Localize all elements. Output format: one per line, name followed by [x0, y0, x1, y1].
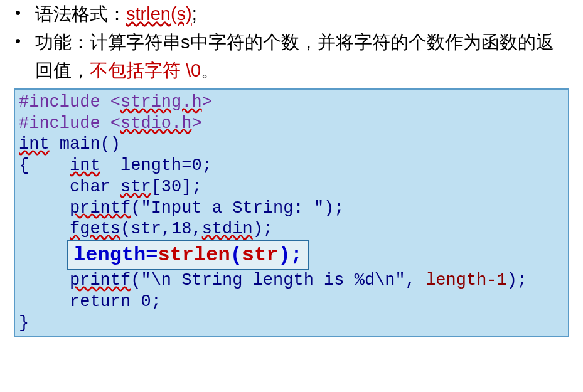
function-suffix: 。	[201, 60, 219, 80]
bullet-function: • 功能：计算字符串s中字符的个数，并将字符的个数作为函数的返回值，不包括字符 …	[9, 28, 574, 85]
code-line10: return 0;	[19, 292, 161, 311]
code-line7: fgets(str,18,stdin);	[19, 220, 273, 238]
bullet-syntax-text: 语法格式：strlen(s);	[35, 0, 562, 28]
bullet-dot-icon: •	[11, 28, 35, 53]
function-red: 不包括字符 \0	[90, 60, 201, 80]
syntax-suffix: ;	[192, 4, 197, 24]
bullet-syntax: • 语法格式：strlen(s);	[9, 0, 574, 28]
code-line6: printf("Input a String: ");	[19, 199, 345, 218]
code-line11: }	[19, 314, 29, 332]
code-main-decl: int main()	[19, 135, 120, 154]
code-line4: { int length=0;	[19, 156, 212, 175]
slide-content: • 语法格式：strlen(s); • 功能：计算字符串s中字符的个数，并将字符…	[0, 0, 583, 337]
code-highlight-box: length=strlen(str);	[67, 240, 309, 270]
syntax-prefix: 语法格式：	[35, 4, 126, 24]
bullet-function-text: 功能：计算字符串s中字符的个数，并将字符的个数作为函数的返回值，不包括字符 \0…	[35, 28, 562, 85]
code-line9: printf("\n String length is %d\n", lengt…	[19, 271, 527, 290]
code-include2: #include <stdio.h>	[19, 114, 202, 133]
code-block: #include <string.h> #include <stdio.h> i…	[14, 88, 569, 338]
syntax-code: strlen(s)	[126, 4, 192, 24]
bullet-dot-icon: •	[11, 0, 35, 25]
code-include1: #include <string.h>	[19, 93, 212, 112]
code-line5: char str[30];	[19, 177, 202, 196]
